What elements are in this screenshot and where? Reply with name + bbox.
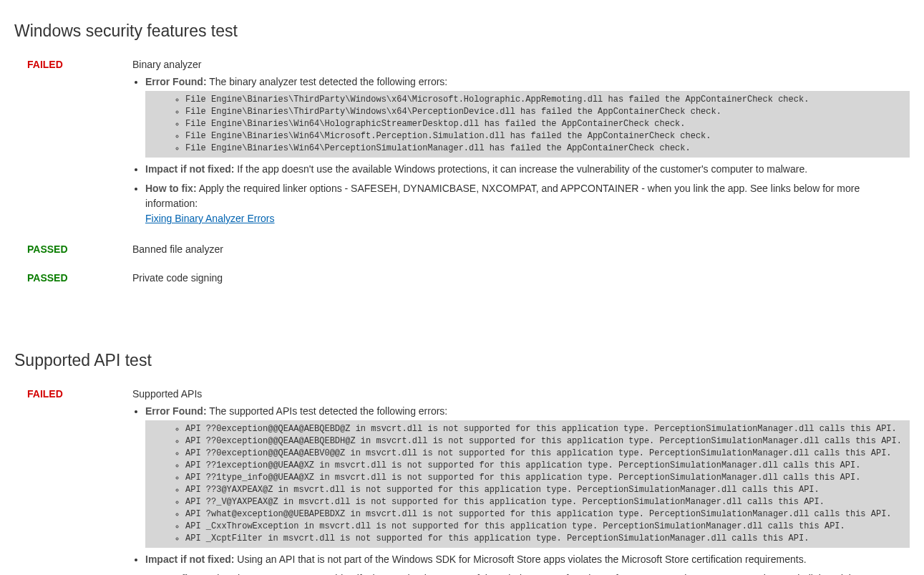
section-title: Supported API test <box>14 351 910 370</box>
status-badge: PASSED <box>14 243 132 259</box>
error-code-block: File Engine\Binaries\ThirdParty\Windows\… <box>145 91 910 158</box>
error-found-item: Error Found: The binary analyzer test de… <box>145 74 910 158</box>
test-row: PASSED Banned file analyzer <box>14 243 910 259</box>
error-line: API ??1type_info@@UEAA@XZ in msvcrt.dll … <box>185 472 910 484</box>
error-line: API ??0exception@@QEAA@AEBV0@@Z in msvcr… <box>185 448 910 460</box>
test-content: Banned file analyzer <box>132 243 910 259</box>
error-line: API ?what@exception@@UEBAPEBDXZ in msvcr… <box>185 508 910 521</box>
impact-item: Impact if not fixed: Using an API that i… <box>145 552 910 567</box>
error-line: API ??0exception@@QEAA@AEBQEBD@Z in msvc… <box>185 423 910 435</box>
fix-label: How to fix: <box>145 183 197 194</box>
error-line: File Engine\Binaries\Win64\HolographicSt… <box>185 118 910 130</box>
error-line: File Engine\Binaries\ThirdParty\Windows\… <box>185 94 910 106</box>
fix-text: Apply the required linker options - SAFE… <box>145 183 860 209</box>
section-api: Supported API test FAILED Supported APIs… <box>14 351 910 575</box>
error-line: API ??_V@YAXPEAX@Z in msvcrt.dll is not … <box>185 496 910 508</box>
fix-item: How to fix: Apply the required linker op… <box>145 181 910 226</box>
error-intro: The binary analyzer test detected the fo… <box>209 76 447 87</box>
test-row: PASSED Private code signing <box>14 272 910 288</box>
status-badge: FAILED <box>14 59 132 231</box>
error-label: Error Found: <box>145 405 207 417</box>
impact-text: If the app doesn't use the available Win… <box>237 163 807 175</box>
status-badge: PASSED <box>14 272 132 288</box>
error-line: File Engine\Binaries\ThirdParty\Windows\… <box>185 106 910 118</box>
error-label: Error Found: <box>145 76 207 87</box>
error-line: API _XcptFilter in msvcrt.dll is not sup… <box>185 533 910 545</box>
test-row: FAILED Supported APIs Error Found: The s… <box>14 388 910 575</box>
error-line: File Engine\Binaries\Win64\Microsoft.Per… <box>185 130 910 142</box>
error-line: API ??1exception@@UEAA@XZ in msvcrt.dll … <box>185 460 910 472</box>
error-line: API _CxxThrowException in msvcrt.dll is … <box>185 521 910 533</box>
test-content: Binary analyzer Error Found: The binary … <box>132 59 910 231</box>
detail-list: Error Found: The binary analyzer test de… <box>132 74 910 226</box>
section-title: Windows security features test <box>14 21 910 41</box>
test-name: Banned file analyzer <box>132 243 910 255</box>
fix-link[interactable]: Fixing Binary Analyzer Errors <box>145 213 275 224</box>
error-line: File Engine\Binaries\Win64\PerceptionSim… <box>185 142 910 155</box>
impact-text: Using an API that is not part of the Win… <box>237 554 806 565</box>
test-name: Binary analyzer <box>132 59 910 70</box>
impact-label: Impact if not fixed: <box>145 163 234 175</box>
test-row: FAILED Binary analyzer Error Found: The … <box>14 59 910 231</box>
fix-item: How to fix: Review the error messages to… <box>145 571 910 575</box>
test-name: Private code signing <box>132 272 910 284</box>
status-badge: FAILED <box>14 388 132 575</box>
detail-list: Error Found: The supported APIs test det… <box>132 404 910 575</box>
error-line: API ??0exception@@QEAA@AEBQEBDH@Z in msv… <box>185 435 910 448</box>
section-security: Windows security features test FAILED Bi… <box>14 21 910 288</box>
impact-label: Impact if not fixed: <box>145 554 234 565</box>
test-content: Private code signing <box>132 272 910 288</box>
test-content: Supported APIs Error Found: The supporte… <box>132 388 910 575</box>
error-intro: The supported APIs test detected the fol… <box>209 405 447 417</box>
test-name: Supported APIs <box>132 388 910 400</box>
error-line: API ??3@YAXPEAX@Z in msvcrt.dll is not s… <box>185 484 910 496</box>
error-found-item: Error Found: The supported APIs test det… <box>145 404 910 548</box>
error-code-block: API ??0exception@@QEAA@AEBQEBD@Z in msvc… <box>145 420 910 548</box>
impact-item: Impact if not fixed: If the app doesn't … <box>145 162 910 177</box>
